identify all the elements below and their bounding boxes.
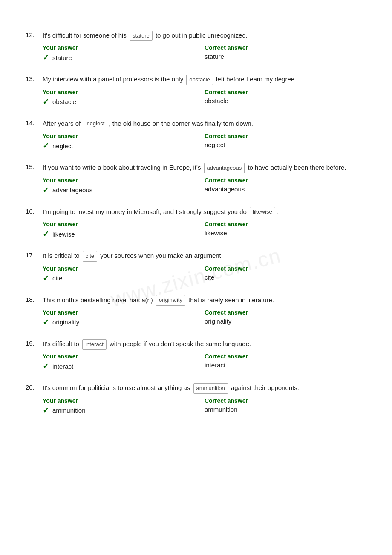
question-number: 17. [26, 251, 43, 259]
inline-answer-box: obstacle [186, 75, 213, 85]
correct-answer-col: Correct answercite [205, 265, 366, 283]
your-answer-header: Your answer [43, 353, 205, 360]
your-answer-value-row: ✓likewise [43, 229, 205, 239]
your-answer-value-row: ✓obstacle [43, 97, 205, 107]
question-text: I'm going to invest my money in Microsof… [43, 207, 366, 217]
your-answer-col: Your answer✓obstacle [43, 89, 205, 107]
your-answer-col: Your answer✓originality [43, 309, 205, 327]
your-answer-value: originality [52, 318, 79, 326]
correct-answer-value-row: neglect [205, 141, 366, 148]
correct-answer-value: interact [205, 361, 225, 369]
question-number: 18. [26, 295, 43, 303]
question-block: 18.This month's bestselling novel has a(… [26, 295, 366, 327]
correct-answer-value: ammunition [205, 406, 238, 413]
your-answer-header: Your answer [43, 177, 205, 184]
your-answer-header: Your answer [43, 133, 205, 139]
correct-answer-value: cite [205, 274, 214, 281]
your-answer-header: Your answer [43, 221, 205, 228]
correct-answer-value: likewise [205, 229, 227, 237]
inline-answer-box: neglect [84, 119, 107, 129]
your-answer-value-row: ✓interact [43, 361, 205, 371]
correct-answer-value-row: interact [205, 361, 366, 369]
question-row: 19.It's difficult to interact with peopl… [26, 339, 366, 350]
question-row: 18.This month's bestselling novel has a(… [26, 295, 366, 306]
correct-answer-value-row: originality [205, 318, 366, 325]
question-row: 16.I'm going to invest my money in Micro… [26, 207, 366, 217]
your-answer-value: cite [52, 275, 62, 282]
checkmark-icon: ✓ [43, 53, 49, 62]
correct-answer-value-row: cite [205, 274, 366, 281]
question-number: 19. [26, 339, 43, 347]
checkmark-icon: ✓ [43, 229, 49, 239]
question-row: 15.If you want to write a book about tra… [26, 162, 366, 173]
correct-answer-header: Correct answer [205, 221, 366, 228]
question-text: My interview with a panel of professors … [43, 74, 366, 85]
question-block: 15.If you want to write a book about tra… [26, 162, 366, 194]
question-row: 12.It's difficult for someone of his sta… [26, 30, 366, 41]
your-answer-col: Your answer✓stature [43, 44, 205, 62]
your-answer-value: neglect [52, 142, 73, 150]
correct-answer-header: Correct answer [205, 89, 366, 95]
correct-answer-value-row: stature [205, 53, 366, 60]
question-block: 20.It's common for politicians to use al… [26, 383, 366, 415]
answer-row: Your answer✓ammunitionCorrect answerammu… [43, 397, 366, 415]
answer-row: Your answer✓likewiseCorrect answerlikewi… [43, 221, 366, 239]
inline-answer-box: cite [83, 251, 97, 262]
your-answer-value: interact [52, 363, 73, 370]
question-text: It is critical to cite your sources when… [43, 251, 366, 261]
question-row: 17.It is critical to cite your sources w… [26, 251, 366, 261]
question-row: 13.My interview with a panel of professo… [26, 74, 366, 85]
inline-answer-box: stature [130, 31, 153, 41]
correct-answer-value-row: advantageous [205, 185, 366, 193]
question-text: It's difficult to interact with people i… [43, 339, 366, 350]
correct-answer-value-row: obstacle [205, 97, 366, 104]
correct-answer-header: Correct answer [205, 44, 366, 51]
your-answer-col: Your answer✓ammunition [43, 397, 205, 415]
your-answer-col: Your answer✓cite [43, 265, 205, 283]
question-block: 17.It is critical to cite your sources w… [26, 251, 366, 283]
your-answer-value-row: ✓ammunition [43, 406, 205, 415]
your-answer-value: obstacle [52, 98, 76, 105]
your-answer-value: advantageous [52, 186, 92, 194]
question-block: 14.After years of neglect, the old house… [26, 119, 366, 150]
correct-answer-value: originality [205, 318, 231, 325]
correct-answer-col: Correct answerneglect [205, 133, 366, 150]
question-text: This month's bestselling novel has a(n) … [43, 295, 366, 306]
correct-answer-header: Correct answer [205, 133, 366, 139]
question-number: 14. [26, 119, 43, 127]
answer-row: Your answer✓originalityCorrect answerori… [43, 309, 366, 327]
question-block: 16.I'm going to invest my money in Micro… [26, 207, 366, 239]
inline-answer-box: advantageous [204, 163, 245, 173]
question-block: 12.It's difficult for someone of his sta… [26, 30, 366, 62]
correct-answer-col: Correct answeroriginality [205, 309, 366, 327]
your-answer-col: Your answer✓interact [43, 353, 205, 371]
correct-answer-col: Correct answerobstacle [205, 89, 366, 107]
correct-answer-header: Correct answer [205, 177, 366, 184]
checkmark-icon: ✓ [43, 141, 49, 150]
question-row: 20.It's common for politicians to use al… [26, 383, 366, 393]
correct-answer-col: Correct answerinteract [205, 353, 366, 371]
correct-answer-value-row: likewise [205, 229, 366, 237]
your-answer-value-row: ✓originality [43, 318, 205, 327]
correct-answer-col: Correct answerlikewise [205, 221, 366, 239]
question-text: If you want to write a book about travel… [43, 162, 366, 173]
your-answer-value-row: ✓cite [43, 274, 205, 283]
correct-answer-header: Correct answer [205, 265, 366, 272]
question-number: 13. [26, 74, 43, 82]
your-answer-header: Your answer [43, 309, 205, 316]
your-answer-col: Your answer✓neglect [43, 133, 205, 150]
top-divider [26, 17, 366, 17]
your-answer-value: stature [52, 54, 72, 61]
checkmark-icon: ✓ [43, 361, 49, 371]
correct-answer-value-row: ammunition [205, 406, 366, 413]
correct-answer-value: obstacle [205, 97, 228, 104]
your-answer-header: Your answer [43, 397, 205, 404]
correct-answer-header: Correct answer [205, 397, 366, 404]
your-answer-header: Your answer [43, 89, 205, 95]
your-answer-header: Your answer [43, 265, 205, 272]
question-row: 14.After years of neglect, the old house… [26, 119, 366, 129]
question-text: After years of neglect, the old house on… [43, 119, 366, 129]
correct-answer-col: Correct answerstature [205, 44, 366, 62]
correct-answer-value: advantageous [205, 185, 245, 193]
your-answer-value: ammunition [52, 407, 86, 414]
